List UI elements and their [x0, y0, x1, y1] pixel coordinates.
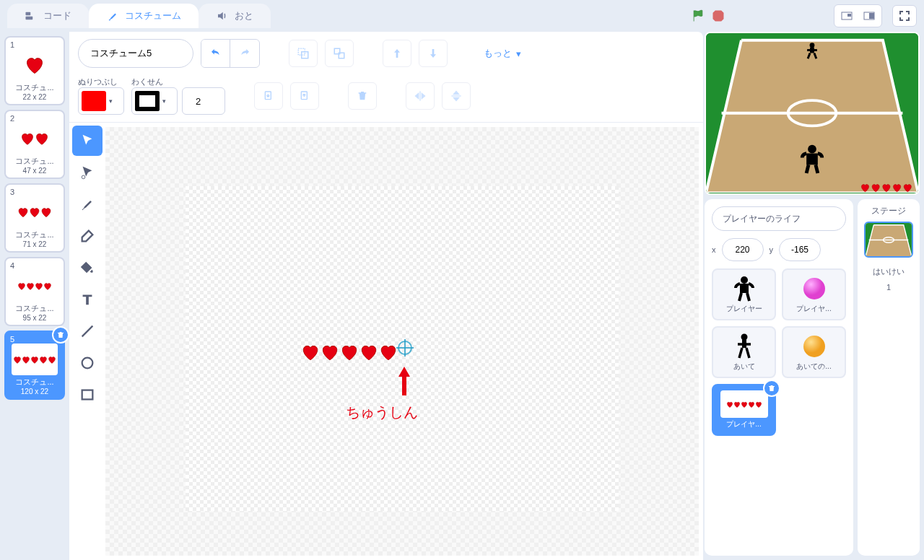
line-tool[interactable]: [72, 316, 103, 346]
sprite-coords: x y: [712, 238, 846, 261]
sprite-info: プレイヤーのライフ: [712, 206, 846, 231]
costume-size-label: 22 x 22: [9, 93, 61, 101]
select-tool[interactable]: [72, 126, 103, 156]
costume-list: 1 コスチュ... 22 x 22 2 コスチュ... 47 x 22 3 コス…: [0, 32, 69, 560]
fill-tool[interactable]: [72, 253, 103, 283]
svg-rect-13: [420, 91, 421, 100]
x-input[interactable]: [722, 238, 764, 261]
run-controls: [691, 9, 725, 23]
svg-point-31: [808, 145, 816, 154]
drawing-tools: [69, 123, 104, 560]
costume-size-label: 71 x 22: [9, 240, 61, 248]
svg-point-26: [810, 43, 815, 48]
sprite-tile-opponent[interactable]: あいて: [712, 326, 776, 378]
paint-editor: もっと▾ ぬりつぶし ▾ わくせん ▾: [69, 32, 703, 560]
svg-line-16: [82, 326, 93, 337]
group-button[interactable]: [289, 40, 318, 67]
costume-name-label: コスチュ...: [9, 82, 61, 93]
more-dropdown[interactable]: もっと▾: [476, 47, 528, 60]
stage-panel: ステージ はいけい 1: [858, 199, 920, 556]
undo-redo-group: [201, 39, 260, 68]
chevron-down-icon: ▾: [516, 48, 521, 59]
sprite-label: プレイヤ...: [796, 304, 831, 314]
small-stage-button[interactable]: [837, 7, 857, 25]
sprite-tile-player-life[interactable]: プレイヤ...: [712, 384, 776, 436]
sprite-thumbnail: [720, 390, 768, 418]
costume-thumbnail: [12, 196, 58, 228]
stage-preview[interactable]: [705, 32, 920, 195]
svg-rect-6: [869, 13, 874, 19]
tab-code[interactable]: コード: [7, 4, 89, 28]
backward-button[interactable]: [419, 40, 448, 67]
sprite-tile-opponent-ball[interactable]: あいての...: [782, 326, 846, 378]
costume-number: 3: [10, 188, 14, 196]
costume-content: [301, 344, 398, 361]
delete-sprite-button[interactable]: [763, 380, 780, 397]
copy-button[interactable]: [254, 82, 283, 110]
forward-button[interactable]: [383, 40, 411, 67]
svg-rect-1: [26, 17, 33, 20]
annotation-arrow: [397, 365, 411, 397]
sprite-name-input[interactable]: プレイヤーのライフ: [712, 206, 846, 231]
stop-icon[interactable]: [711, 9, 725, 23]
green-flag-icon[interactable]: [691, 9, 705, 23]
svg-rect-14: [451, 95, 461, 96]
outline-label: わくせん: [131, 76, 225, 87]
delete-button[interactable]: [348, 82, 377, 110]
stage-title: ステージ: [871, 205, 906, 217]
chevron-down-icon: ▾: [109, 97, 121, 105]
outline-width-input[interactable]: [182, 87, 225, 115]
y-input[interactable]: [779, 238, 821, 261]
text-tool[interactable]: [72, 284, 103, 315]
undo-button[interactable]: [201, 40, 230, 67]
sprite-tile-player-ball[interactable]: プレイヤ...: [782, 268, 846, 320]
sprite-grid: プレイヤー プレイヤ... あいて あいての...: [712, 268, 846, 436]
rectangle-tool[interactable]: [72, 380, 103, 410]
flip-horizontal-button[interactable]: [406, 82, 435, 110]
tab-sounds-label: おと: [235, 9, 253, 22]
top-bar: コード コスチューム おと: [0, 0, 924, 32]
flip-vertical-button[interactable]: [442, 82, 471, 110]
tab-costumes[interactable]: コスチューム: [89, 4, 199, 28]
sprite-tile-player[interactable]: プレイヤー: [712, 268, 776, 320]
costume-item-4[interactable]: 4 コスチュ... 95 x 22: [4, 257, 65, 326]
stage-thumbnail[interactable]: [864, 222, 913, 258]
canvas-background[interactable]: ちゅうしん: [105, 127, 699, 556]
costume-name-input[interactable]: [78, 39, 193, 68]
artboard[interactable]: ちゅうしん: [186, 186, 619, 511]
tab-code-label: コード: [43, 9, 71, 22]
costume-item-3[interactable]: 3 コスチュ... 71 x 22: [4, 183, 65, 253]
paste-button[interactable]: [290, 82, 319, 110]
costume-item-1[interactable]: 1 コスチュ... 22 x 22: [4, 36, 65, 105]
costume-item-2[interactable]: 2 コスチュ... 47 x 22: [4, 110, 65, 179]
svg-rect-0: [26, 12, 31, 16]
outline-color-picker[interactable]: ▾: [131, 87, 178, 115]
fill-color-picker[interactable]: ▾: [78, 87, 124, 115]
stage-content: [706, 33, 918, 193]
tab-sounds[interactable]: おと: [199, 4, 271, 28]
large-stage-button[interactable]: [859, 7, 879, 25]
brush-icon: [106, 9, 119, 22]
fullscreen-button[interactable]: [892, 5, 917, 27]
reshape-tool[interactable]: [72, 157, 103, 188]
redo-button[interactable]: [230, 40, 259, 67]
stage-size-buttons: [834, 4, 882, 27]
canvas-wrapper: ちゅうしん: [104, 123, 703, 560]
toolbar-row-2: ぬりつぶし ▾ わくせん ▾: [78, 76, 694, 115]
sound-icon: [216, 9, 229, 22]
canvas-area: ちゅうしん: [69, 123, 703, 560]
costume-item-5[interactable]: 5 コスチュ... 120 x 22: [4, 331, 65, 400]
brush-tool[interactable]: [72, 189, 103, 219]
costume-number: 4: [10, 261, 14, 270]
costume-name-label: コスチュ...: [9, 156, 61, 167]
delete-costume-button[interactable]: [52, 326, 69, 344]
svg-point-15: [82, 175, 85, 179]
editor-toolbar: もっと▾ ぬりつぶし ▾ わくせん ▾: [69, 32, 703, 123]
ungroup-button[interactable]: [325, 40, 354, 67]
costume-thumbnail: [12, 49, 58, 81]
sprite-thumbnail: [733, 275, 755, 302]
fill-label: ぬりつぶし: [78, 76, 124, 87]
costume-number: 1: [10, 40, 14, 49]
circle-tool[interactable]: [72, 348, 103, 378]
eraser-tool[interactable]: [72, 221, 103, 251]
